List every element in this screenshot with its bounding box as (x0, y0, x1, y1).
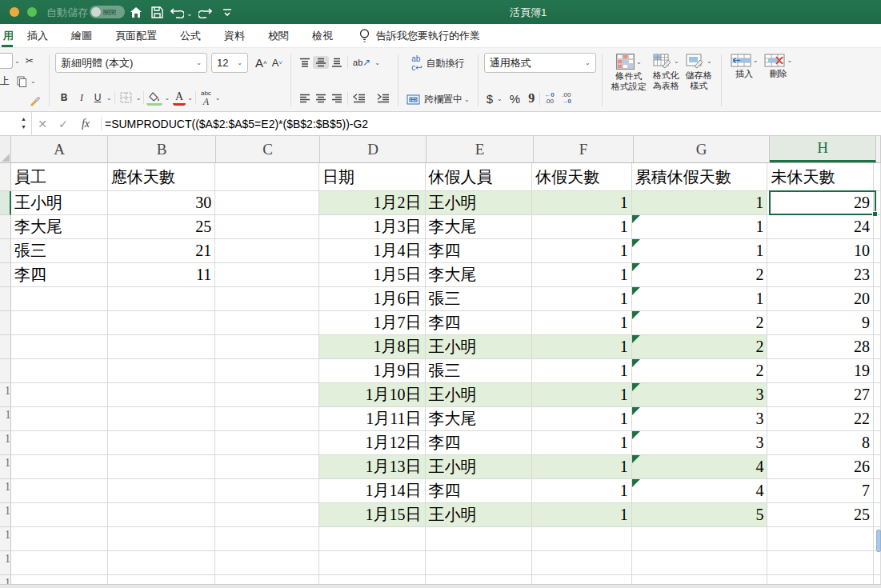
copy-chevron-icon[interactable]: ⌄ (30, 78, 36, 85)
middle-align-icon[interactable] (313, 56, 329, 69)
cell-D16[interactable] (319, 527, 426, 551)
cell-partial[interactable] (874, 311, 881, 335)
column-header-G[interactable]: G (634, 136, 770, 162)
cell-D17[interactable] (319, 551, 426, 575)
cell-D6[interactable]: 1月6日 (319, 287, 426, 311)
cell-C14[interactable] (215, 479, 319, 503)
cell-F9[interactable]: 1 (532, 359, 632, 383)
cell-B1[interactable]: 應休天數 (108, 163, 216, 191)
cell-B8[interactable] (108, 335, 216, 359)
cell-D1[interactable]: 日期 (319, 163, 426, 191)
cell-C6[interactable] (215, 287, 319, 311)
tell-me-search[interactable]: 告訴我您要執行的作業 (359, 24, 480, 47)
copy-icon[interactable] (14, 74, 29, 89)
cell-C3[interactable] (215, 215, 319, 239)
cell-E14[interactable]: 李四 (426, 479, 533, 503)
minimize-button[interactable] (10, 7, 19, 17)
enter-icon[interactable]: ✓ (53, 118, 74, 130)
cell-H8[interactable]: 28 (767, 335, 874, 359)
cell-H7[interactable]: 9 (767, 311, 874, 335)
undo-icon[interactable] (169, 4, 185, 20)
row-header-6[interactable]: 6 (0, 287, 11, 311)
cell-A14[interactable] (11, 479, 108, 503)
cell-G9[interactable]: 2 (632, 359, 768, 383)
cell-partial[interactable] (874, 191, 881, 215)
cell-A4[interactable]: 張三 (11, 239, 108, 263)
cell-F12[interactable]: 1 (532, 431, 632, 455)
cell-partial[interactable] (874, 163, 881, 191)
cell-F16[interactable] (532, 527, 632, 551)
cell-F1[interactable]: 休假天數 (532, 163, 632, 191)
top-align-icon[interactable] (297, 56, 313, 69)
wrap-text-button[interactable]: abc↩ 自動換行 (404, 53, 472, 74)
tab-data[interactable]: 資料 (222, 24, 246, 47)
undo-chevron-icon[interactable]: ⌄ (186, 10, 193, 18)
column-header-B[interactable]: B (108, 136, 216, 162)
cell-G2[interactable]: 1 (632, 191, 768, 215)
number-format-select[interactable]: 通用格式⌄ (484, 53, 596, 73)
cell-A11[interactable] (11, 407, 108, 431)
cell-B14[interactable] (108, 479, 216, 503)
cell-partial[interactable] (874, 479, 881, 503)
cut-icon[interactable]: ✂ (23, 54, 36, 68)
tab-formulas[interactable]: 公式 (178, 24, 202, 47)
align-left-icon[interactable] (297, 92, 313, 105)
cell-G4[interactable]: 1 (632, 239, 768, 263)
row-header-2[interactable]: 2 (0, 191, 11, 215)
cell-E5[interactable]: 李大尾 (426, 263, 533, 287)
cell-A2[interactable]: 王小明 (11, 191, 108, 215)
cell-A5[interactable]: 李四 (11, 263, 108, 287)
cell-D3[interactable]: 1月3日 (319, 215, 426, 239)
cell-C9[interactable] (215, 359, 319, 383)
tab-insert[interactable]: 插入 (26, 24, 50, 47)
cell-F17[interactable] (532, 551, 632, 575)
cell-partial[interactable] (874, 383, 881, 407)
cell-B6[interactable] (108, 287, 216, 311)
cell-F2[interactable]: 1 (532, 191, 632, 215)
borders-chevron-icon[interactable]: ⌄ (136, 94, 142, 102)
cell-F10[interactable]: 1 (532, 383, 632, 407)
cell-B11[interactable] (108, 407, 216, 431)
column-header-A[interactable]: A (11, 136, 108, 162)
cell-A13[interactable] (11, 455, 108, 479)
row-header-16[interactable]: 16 (0, 527, 11, 551)
cell-H12[interactable]: 8 (767, 431, 874, 455)
cell-F4[interactable]: 1 (532, 239, 632, 263)
column-header-F[interactable]: F (534, 136, 634, 162)
ribbon-display-icon[interactable] (219, 4, 235, 20)
cell-partial[interactable] (874, 263, 881, 287)
cell-D9[interactable]: 1月9日 (319, 359, 426, 383)
name-box-partial[interactable]: ▲▼ (0, 112, 32, 135)
cell-A1[interactable]: 員工 (11, 163, 108, 191)
cell-D11[interactable]: 1月11日 (319, 407, 426, 431)
increase-indent-icon[interactable] (374, 92, 392, 105)
cell-H16[interactable] (767, 527, 874, 551)
cell-F14[interactable]: 1 (532, 479, 632, 503)
percent-format-icon[interactable]: % (507, 90, 523, 107)
cell-C11[interactable] (215, 407, 319, 431)
cell-D14[interactable]: 1月14日 (319, 479, 426, 503)
increase-font-size-button[interactable]: A˄ (253, 54, 270, 71)
home-icon[interactable] (128, 4, 144, 20)
cell-H11[interactable]: 22 (767, 407, 874, 431)
font-name-select[interactable]: 新細明體 (本文)⌄ (55, 53, 207, 73)
cell-D5[interactable]: 1月5日 (319, 263, 426, 287)
insert-cells-button[interactable]: ⌄ 插入 (727, 53, 762, 108)
cell-G8[interactable]: 2 (632, 335, 768, 359)
paste-chevron-icon[interactable]: ⌄ (14, 58, 20, 65)
cell-C13[interactable] (215, 455, 319, 479)
cell-G12[interactable]: 3 (632, 431, 768, 455)
row-header-9[interactable]: 9 (0, 359, 11, 383)
cell-H10[interactable]: 27 (767, 383, 874, 407)
cell-F5[interactable]: 1 (532, 263, 632, 287)
cell-E16[interactable] (426, 527, 533, 551)
cell-A12[interactable] (11, 431, 108, 455)
tab-page-layout[interactable]: 頁面配置 (114, 24, 158, 47)
cell-F7[interactable]: 1 (532, 311, 632, 335)
cell-A3[interactable]: 李大尾 (11, 215, 108, 239)
decrease-decimal-icon[interactable]: .00→0 (560, 90, 573, 106)
cell-F15[interactable]: 1 (532, 503, 632, 527)
cell-E17[interactable] (426, 551, 533, 575)
font-color-chevron-icon[interactable]: ⌄ (187, 94, 193, 102)
cell-H2[interactable]: 29 (767, 191, 874, 215)
